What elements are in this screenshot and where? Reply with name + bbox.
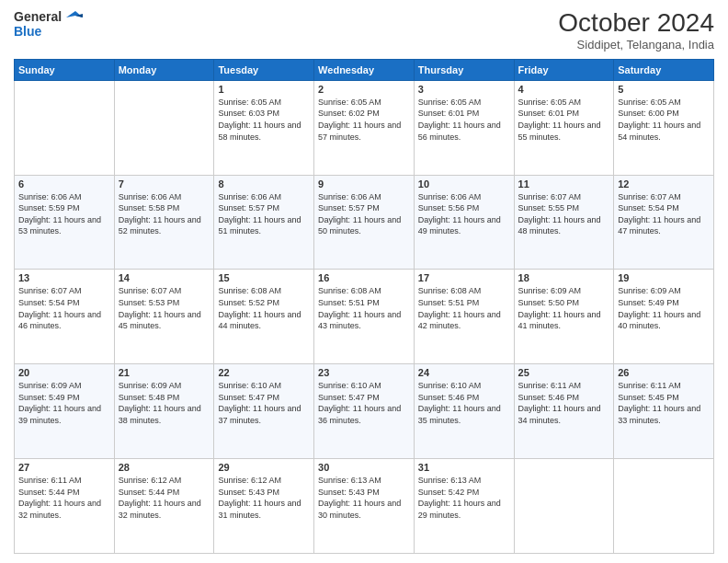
day-number: 20	[18, 367, 110, 378]
calendar-week-4: 20Sunrise: 6:09 AM Sunset: 5:49 PM Dayli…	[15, 364, 714, 459]
day-header-wednesday: Wednesday	[314, 59, 415, 80]
day-number: 15	[218, 272, 310, 283]
day-number: 31	[418, 462, 510, 473]
day-info: Sunrise: 6:09 AM Sunset: 5:49 PM Dayligh…	[618, 285, 710, 331]
day-number: 23	[318, 367, 410, 378]
calendar-cell: 23Sunrise: 6:10 AM Sunset: 5:47 PM Dayli…	[314, 364, 415, 459]
calendar-cell: 26Sunrise: 6:11 AM Sunset: 5:45 PM Dayli…	[614, 364, 714, 459]
day-info: Sunrise: 6:09 AM Sunset: 5:50 PM Dayligh…	[518, 285, 610, 331]
day-info: Sunrise: 6:05 AM Sunset: 6:01 PM Dayligh…	[418, 97, 510, 143]
day-info: Sunrise: 6:13 AM Sunset: 5:42 PM Dayligh…	[418, 475, 510, 521]
day-info: Sunrise: 6:10 AM Sunset: 5:47 PM Dayligh…	[218, 380, 310, 426]
day-info: Sunrise: 6:09 AM Sunset: 5:48 PM Dayligh…	[119, 380, 210, 426]
calendar-cell: 9Sunrise: 6:06 AM Sunset: 5:57 PM Daylig…	[314, 175, 415, 270]
calendar-cell: 8Sunrise: 6:06 AM Sunset: 5:57 PM Daylig…	[214, 175, 314, 270]
day-number: 22	[218, 367, 310, 378]
calendar-cell	[114, 80, 214, 175]
calendar-cell: 20Sunrise: 6:09 AM Sunset: 5:49 PM Dayli…	[15, 364, 115, 459]
day-header-sunday: Sunday	[15, 59, 115, 80]
calendar-cell: 22Sunrise: 6:10 AM Sunset: 5:47 PM Dayli…	[214, 364, 314, 459]
day-info: Sunrise: 6:06 AM Sunset: 5:59 PM Dayligh…	[18, 191, 110, 237]
day-info: Sunrise: 6:12 AM Sunset: 5:43 PM Dayligh…	[218, 475, 310, 521]
calendar-cell: 3Sunrise: 6:05 AM Sunset: 6:01 PM Daylig…	[414, 80, 514, 175]
day-header-tuesday: Tuesday	[214, 59, 314, 80]
day-info: Sunrise: 6:06 AM Sunset: 5:57 PM Dayligh…	[218, 191, 310, 237]
calendar-cell: 31Sunrise: 6:13 AM Sunset: 5:42 PM Dayli…	[414, 459, 514, 554]
day-info: Sunrise: 6:08 AM Sunset: 5:51 PM Dayligh…	[318, 285, 410, 331]
day-number: 24	[418, 367, 510, 378]
location: Siddipet, Telangana, India	[558, 38, 714, 52]
calendar-cell: 19Sunrise: 6:09 AM Sunset: 5:49 PM Dayli…	[614, 270, 714, 364]
day-number: 5	[618, 84, 710, 95]
day-info: Sunrise: 6:09 AM Sunset: 5:49 PM Dayligh…	[18, 380, 110, 426]
calendar-cell: 27Sunrise: 6:11 AM Sunset: 5:44 PM Dayli…	[15, 459, 115, 554]
day-info: Sunrise: 6:05 AM Sunset: 6:03 PM Dayligh…	[218, 97, 310, 143]
day-info: Sunrise: 6:13 AM Sunset: 5:43 PM Dayligh…	[318, 475, 410, 521]
calendar-cell	[15, 80, 115, 175]
day-number: 2	[318, 84, 410, 95]
day-info: Sunrise: 6:12 AM Sunset: 5:44 PM Dayligh…	[119, 475, 210, 521]
day-info: Sunrise: 6:07 AM Sunset: 5:54 PM Dayligh…	[18, 285, 110, 331]
day-number: 25	[518, 367, 610, 378]
calendar-cell: 2Sunrise: 6:05 AM Sunset: 6:02 PM Daylig…	[314, 80, 415, 175]
calendar-cell: 5Sunrise: 6:05 AM Sunset: 6:00 PM Daylig…	[614, 80, 714, 175]
calendar-cell: 12Sunrise: 6:07 AM Sunset: 5:54 PM Dayli…	[614, 175, 714, 270]
calendar-cell	[514, 459, 614, 554]
day-header-thursday: Thursday	[414, 59, 514, 80]
calendar-cell: 21Sunrise: 6:09 AM Sunset: 5:48 PM Dayli…	[114, 364, 214, 459]
calendar-cell: 1Sunrise: 6:05 AM Sunset: 6:03 PM Daylig…	[214, 80, 314, 175]
day-number: 1	[218, 84, 310, 95]
day-number: 21	[119, 367, 210, 378]
day-number: 17	[418, 272, 510, 283]
day-header-saturday: Saturday	[614, 59, 714, 80]
day-number: 7	[119, 178, 210, 190]
day-header-monday: Monday	[114, 59, 214, 80]
day-number: 11	[518, 178, 610, 190]
calendar-cell: 28Sunrise: 6:12 AM Sunset: 5:44 PM Dayli…	[114, 459, 214, 554]
day-info: Sunrise: 6:08 AM Sunset: 5:51 PM Dayligh…	[418, 285, 510, 331]
day-number: 27	[18, 462, 110, 473]
day-info: Sunrise: 6:11 AM Sunset: 5:46 PM Dayligh…	[518, 380, 610, 426]
day-number: 14	[119, 272, 210, 283]
day-number: 3	[418, 84, 510, 95]
day-info: Sunrise: 6:10 AM Sunset: 5:46 PM Dayligh…	[418, 380, 510, 426]
day-number: 19	[618, 272, 710, 283]
bird-icon	[66, 11, 83, 24]
calendar-header-row: SundayMondayTuesdayWednesdayThursdayFrid…	[15, 59, 714, 80]
day-info: Sunrise: 6:07 AM Sunset: 5:55 PM Dayligh…	[518, 191, 610, 237]
day-info: Sunrise: 6:06 AM Sunset: 5:58 PM Dayligh…	[119, 191, 210, 237]
logo: General Blue	[14, 9, 83, 39]
title-block: October 2024 Siddipet, Telangana, India	[558, 9, 714, 52]
day-info: Sunrise: 6:06 AM Sunset: 5:56 PM Dayligh…	[418, 191, 510, 237]
calendar-week-5: 27Sunrise: 6:11 AM Sunset: 5:44 PM Dayli…	[15, 459, 714, 554]
calendar-week-1: 1Sunrise: 6:05 AM Sunset: 6:03 PM Daylig…	[15, 80, 714, 175]
day-number: 9	[318, 178, 410, 190]
day-info: Sunrise: 6:05 AM Sunset: 6:02 PM Dayligh…	[318, 97, 410, 143]
calendar-cell: 7Sunrise: 6:06 AM Sunset: 5:58 PM Daylig…	[114, 175, 214, 270]
calendar-cell: 24Sunrise: 6:10 AM Sunset: 5:46 PM Dayli…	[414, 364, 514, 459]
day-number: 12	[618, 178, 710, 190]
day-info: Sunrise: 6:07 AM Sunset: 5:54 PM Dayligh…	[618, 191, 710, 237]
calendar-week-2: 6Sunrise: 6:06 AM Sunset: 5:59 PM Daylig…	[15, 175, 714, 270]
calendar-week-3: 13Sunrise: 6:07 AM Sunset: 5:54 PM Dayli…	[15, 270, 714, 364]
day-number: 28	[119, 462, 210, 473]
calendar-cell: 15Sunrise: 6:08 AM Sunset: 5:52 PM Dayli…	[214, 270, 314, 364]
calendar-cell: 10Sunrise: 6:06 AM Sunset: 5:56 PM Dayli…	[414, 175, 514, 270]
day-info: Sunrise: 6:11 AM Sunset: 5:44 PM Dayligh…	[18, 475, 110, 521]
calendar-cell: 18Sunrise: 6:09 AM Sunset: 5:50 PM Dayli…	[514, 270, 614, 364]
day-info: Sunrise: 6:07 AM Sunset: 5:53 PM Dayligh…	[119, 285, 210, 331]
calendar-cell: 13Sunrise: 6:07 AM Sunset: 5:54 PM Dayli…	[15, 270, 115, 364]
day-info: Sunrise: 6:05 AM Sunset: 6:01 PM Dayligh…	[518, 97, 610, 143]
day-number: 6	[18, 178, 110, 190]
calendar-cell: 29Sunrise: 6:12 AM Sunset: 5:43 PM Dayli…	[214, 459, 314, 554]
day-number: 18	[518, 272, 610, 283]
day-info: Sunrise: 6:10 AM Sunset: 5:47 PM Dayligh…	[318, 380, 410, 426]
day-info: Sunrise: 6:05 AM Sunset: 6:00 PM Dayligh…	[618, 97, 710, 143]
day-number: 29	[218, 462, 310, 473]
header: General Blue October 2024 Siddipet, Tela…	[14, 9, 714, 52]
calendar-cell: 25Sunrise: 6:11 AM Sunset: 5:46 PM Dayli…	[514, 364, 614, 459]
calendar-cell: 14Sunrise: 6:07 AM Sunset: 5:53 PM Dayli…	[114, 270, 214, 364]
calendar-cell: 17Sunrise: 6:08 AM Sunset: 5:51 PM Dayli…	[414, 270, 514, 364]
calendar-cell: 11Sunrise: 6:07 AM Sunset: 5:55 PM Dayli…	[514, 175, 614, 270]
day-number: 30	[318, 462, 410, 473]
